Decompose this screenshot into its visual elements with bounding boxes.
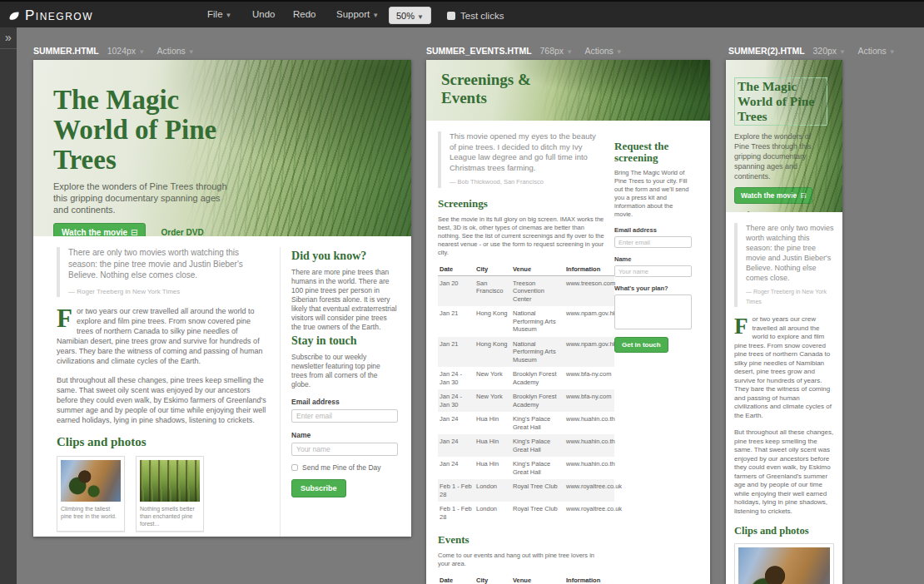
pinegrow-leaf-icon xyxy=(8,11,20,21)
review-quote: There are only two movies worth watching… xyxy=(734,223,834,307)
pine-needles-image xyxy=(772,60,842,212)
email-label: Email address xyxy=(291,398,398,406)
table-header-row: Date City Venue Information xyxy=(438,263,614,276)
page-preview-summer-events[interactable]: Screenings & Events This movie opened my… xyxy=(426,60,710,584)
panel2-filename: SUMMER_EVENTS.HTML xyxy=(426,46,532,56)
table-row: Jan 24 - Jan 30New YorkBrooklyn Forest A… xyxy=(438,389,614,412)
panel2-width-dropdown[interactable]: 768px▼ xyxy=(540,46,574,56)
subscribe-button[interactable]: Subscribe xyxy=(291,479,346,497)
get-in-touch-button[interactable]: Get in touch xyxy=(614,337,668,353)
stayintouch-heading: Stay in touch xyxy=(291,334,398,348)
page-preview-summer[interactable]: The Magic World of Pine Trees Explore th… xyxy=(33,60,411,537)
chevron-down-icon: ▼ xyxy=(616,48,623,56)
movie-screen-icon: ⊟ xyxy=(131,228,137,236)
forest-path-photo xyxy=(140,460,200,502)
zoom-level-button[interactable]: 50%▼ xyxy=(389,7,431,24)
screenings-table: Date City Venue Information Jan 20San Fr… xyxy=(438,263,614,525)
table-row: Jan 21Hong KongNational Performing Arts … xyxy=(438,306,614,337)
pine-cone-photo xyxy=(61,460,121,502)
col-venue: Venue xyxy=(511,263,564,276)
menu-file[interactable]: File▼ xyxy=(207,2,231,29)
stayintouch-text: Subscribe to our weekly newsletter featu… xyxy=(291,353,398,389)
review-quote: This movie opened my eyes to the beauty … xyxy=(438,131,604,188)
panel1-actions-dropdown[interactable]: Actions▼ xyxy=(156,46,194,56)
article-column: This movie opened my eyes to the beauty … xyxy=(438,131,614,584)
email-field[interactable] xyxy=(291,409,398,423)
article-column: There are only two movies worth watching… xyxy=(57,247,280,537)
menu-support[interactable]: Support▼ xyxy=(336,2,379,29)
watch-movie-button[interactable]: Watch the movie⊟ xyxy=(53,223,146,236)
events-intro: Come to our events and hang out with pin… xyxy=(438,552,604,568)
name-label: Name xyxy=(614,255,692,263)
pine-needles-image xyxy=(539,60,710,121)
pine-of-the-day-option[interactable]: Send me Pine of the Day xyxy=(291,463,398,472)
chevron-down-icon: ▼ xyxy=(188,48,195,56)
email-label: Email address xyxy=(614,226,692,234)
photo-caption: Climbing the tallest pine tree in the wo… xyxy=(61,505,121,520)
table-header-row: Date City Venue Information xyxy=(438,574,614,584)
table-row: Jan 24 - Jan 30New YorkBrooklyn Forest A… xyxy=(438,367,614,389)
col-date: Date xyxy=(438,574,474,584)
photo-caption: Nothing smells better than enchanted pin… xyxy=(140,505,200,527)
chevron-down-icon: ▼ xyxy=(566,48,573,56)
quote-attribution: — Roger Treeberg in New York Times xyxy=(68,286,268,298)
hero-banner: The Magic World of Pine Trees Explore th… xyxy=(726,60,842,212)
page-preview-summer-mobile[interactable]: The Magic World of Pine Trees Explore th… xyxy=(726,60,842,584)
pine-cone-photo xyxy=(738,547,830,584)
test-clicks-toggle[interactable]: Test clicks xyxy=(447,2,504,29)
panel3-header: SUMMER(2).HTML 320px▼ Actions▼ xyxy=(728,46,906,59)
plan-label: What's your plan? xyxy=(614,285,692,292)
article-paragraph: For two years our crew travelled all aro… xyxy=(734,315,834,420)
test-clicks-label: Test clicks xyxy=(460,11,504,21)
menu-undo[interactable]: Undo xyxy=(252,2,276,29)
panel1-filename: SUMMER.HTML xyxy=(33,46,99,56)
pine-of-the-day-checkbox[interactable] xyxy=(291,464,298,471)
photo-card-grid: Climbing the tallest pine tree in the wo… xyxy=(57,456,268,537)
clips-heading: Clips and photos xyxy=(57,435,268,449)
panel3-actions-dropdown[interactable]: Actions▼ xyxy=(857,46,895,56)
chevron-down-icon: ▼ xyxy=(138,48,145,56)
name-field[interactable] xyxy=(614,265,692,277)
chevron-down-icon: ▼ xyxy=(372,12,379,19)
panel2-actions-dropdown[interactable]: Actions▼ xyxy=(584,46,622,56)
dropcap-letter: F xyxy=(734,317,748,335)
hero-banner: The Magic World of Pine Trees Explore th… xyxy=(33,60,411,236)
article-column: There are only two movies worth watching… xyxy=(726,212,842,584)
email-field[interactable] xyxy=(614,236,692,248)
left-panel-rail: » xyxy=(0,27,17,584)
menu-redo[interactable]: Redo xyxy=(293,2,316,29)
table-row: Feb 1 - Feb 28LondonRoyal Tree Clubwww.r… xyxy=(438,479,614,502)
panel1-header: SUMMER.HTML 1024px▼ Actions▼ xyxy=(33,46,205,59)
chevron-down-icon: ▼ xyxy=(417,13,424,21)
panel2-header: SUMMER_EVENTS.HTML 768px▼ Actions▼ xyxy=(426,46,633,59)
sidebar-column: Did you know? There are more pine trees … xyxy=(280,247,398,537)
panel1-width-dropdown[interactable]: 1024px▼ xyxy=(107,46,145,56)
test-clicks-checkbox[interactable] xyxy=(447,12,455,20)
didyouknow-heading: Did you know? xyxy=(291,250,398,263)
request-screening-text: Bring The Magic World of Pine Trees to y… xyxy=(614,169,692,219)
expand-sidebar-icon[interactable]: » xyxy=(0,27,17,49)
events-heading: Events xyxy=(438,533,604,547)
table-row: Jan 20San FranciscoTreeson Convention Ce… xyxy=(438,275,614,306)
table-row: Jan 24Hua HinKing's Palace Great Hallwww… xyxy=(438,412,614,434)
events-table: Date City Venue Information Jan 20San Fr… xyxy=(438,574,614,584)
screenings-intro: See the movie in its full glory on big s… xyxy=(438,215,604,257)
didyouknow-text: There are more pine trees than humans in… xyxy=(291,268,398,332)
panel3-width-dropdown[interactable]: 320px▼ xyxy=(813,46,847,56)
name-field[interactable] xyxy=(291,443,398,456)
col-date: Date xyxy=(438,263,474,276)
table-row: Jan 21Hong KongNational Performing Arts … xyxy=(438,337,614,368)
pine-needles-image xyxy=(185,60,411,236)
plan-textarea[interactable] xyxy=(614,294,692,329)
col-city: City xyxy=(474,263,511,276)
table-row: Jan 24Hua HinKing's Palace Great Hallwww… xyxy=(438,434,614,457)
col-city: City xyxy=(474,574,511,584)
app-logo-text: Pinegrow xyxy=(25,7,93,24)
col-venue: Venue xyxy=(511,574,564,584)
panel3-filename: SUMMER(2).HTML xyxy=(728,46,805,56)
article-paragraph: But throughout all these changes, pine t… xyxy=(734,428,834,516)
request-form-column: Request the screening Bring The Magic Wo… xyxy=(614,131,692,584)
quote-attribution: — Roger Treeberg in New York Times xyxy=(746,287,834,307)
dropcap-letter: F xyxy=(57,308,72,329)
col-information: Information xyxy=(564,263,614,276)
